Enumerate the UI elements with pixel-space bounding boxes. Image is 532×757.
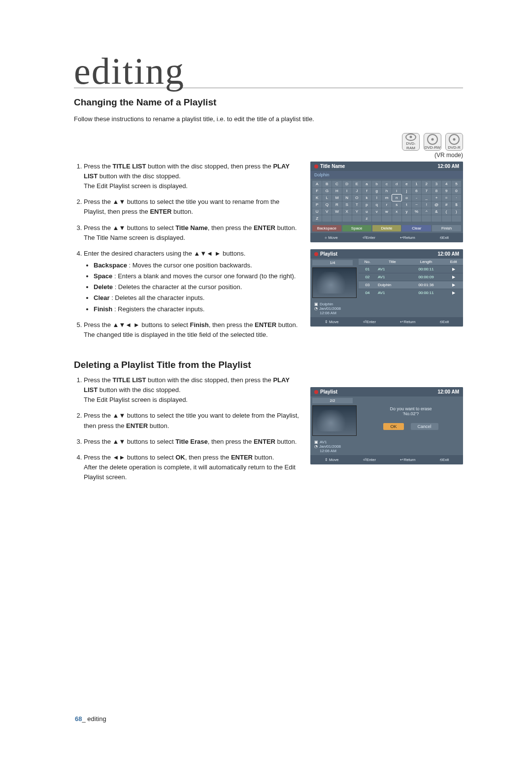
keyboard-key[interactable]: 3 xyxy=(432,181,441,187)
keyboard-key[interactable]: o xyxy=(402,195,411,201)
keyboard-key[interactable]: N xyxy=(342,195,352,201)
keyboard-key[interactable]: 2 xyxy=(422,181,431,187)
keyboard-key[interactable]: G xyxy=(322,188,332,194)
keyboard-key[interactable]: W xyxy=(332,208,341,215)
keyboard-key[interactable]: R xyxy=(332,201,341,208)
keyboard-key[interactable]: H xyxy=(332,188,341,194)
keyboard-key[interactable]: g xyxy=(372,188,381,194)
keyboard-key[interactable] xyxy=(442,215,451,222)
keyboard-key[interactable]: e xyxy=(402,181,411,187)
keyboard-key[interactable]: K xyxy=(312,195,322,201)
keyboard-key[interactable]: 7 xyxy=(422,188,431,194)
keyboard-key[interactable]: a xyxy=(362,181,371,187)
keyboard-key[interactable]: 4 xyxy=(442,181,451,187)
keyboard-key[interactable]: U xyxy=(312,208,322,215)
keyboard-key[interactable]: O xyxy=(352,195,362,201)
keyboard-key[interactable]: 5 xyxy=(452,181,461,187)
keyboard-key[interactable] xyxy=(432,215,441,222)
keyboard-key[interactable]: $ xyxy=(452,201,461,208)
keyboard-key[interactable]: Z xyxy=(312,215,322,222)
keyboard-key[interactable]: n xyxy=(392,195,401,201)
keyboard-key[interactable]: i xyxy=(392,188,401,194)
keyboard-key[interactable]: c xyxy=(382,181,391,187)
keyboard-key[interactable]: ( xyxy=(442,208,451,215)
key-backspace[interactable]: Backspace xyxy=(312,225,341,231)
keyboard-key[interactable]: ~ xyxy=(412,201,421,208)
keyboard-key[interactable] xyxy=(332,215,341,222)
keyboard-key[interactable]: u xyxy=(362,208,371,215)
keyboard-key[interactable]: P xyxy=(312,201,322,208)
key-space[interactable]: Space xyxy=(342,225,371,231)
keyboard-key[interactable] xyxy=(382,215,391,222)
keyboard-key[interactable]: A xyxy=(312,181,322,187)
keyboard-key[interactable]: ^ xyxy=(422,208,431,215)
keyboard-key[interactable]: % xyxy=(412,208,421,215)
keyboard-key[interactable]: D xyxy=(342,181,352,187)
key-clear[interactable]: Clear xyxy=(402,225,431,231)
key-delete[interactable]: Delete xyxy=(372,225,401,231)
keyboard-key[interactable]: h xyxy=(382,188,391,194)
keyboard-key[interactable]: # xyxy=(442,201,451,208)
keyboard-key[interactable]: v xyxy=(372,208,381,215)
cancel-button[interactable]: Cancel xyxy=(411,423,438,430)
keyboard-key[interactable]: Y xyxy=(352,208,362,215)
keyboard-key[interactable] xyxy=(422,215,431,222)
keyboard-key[interactable]: - xyxy=(412,195,421,201)
keyboard-key[interactable]: @ xyxy=(432,201,441,208)
keyboard-key[interactable]: x xyxy=(392,208,401,215)
keyboard-key[interactable]: f xyxy=(362,188,371,194)
keyboard-key[interactable]: w xyxy=(382,208,391,215)
keyboard-key[interactable]: M xyxy=(332,195,341,201)
keyboard-key[interactable]: b xyxy=(372,181,381,187)
table-row[interactable]: 02AV100:00:09 xyxy=(359,273,463,281)
keyboard-key[interactable] xyxy=(412,215,421,222)
keyboard-key[interactable]: J xyxy=(352,188,362,194)
keyboard-key[interactable]: 9 xyxy=(442,188,451,194)
keyboard-key[interactable] xyxy=(352,215,362,222)
keyboard-key[interactable]: B xyxy=(322,181,332,187)
keyboard-key[interactable]: X xyxy=(342,208,352,215)
keyboard-key[interactable] xyxy=(392,215,401,222)
keyboard-key[interactable]: 1 xyxy=(412,181,421,187)
keyboard-key[interactable]: Q xyxy=(322,201,332,208)
keyboard-key[interactable]: S xyxy=(342,201,352,208)
keyboard-key[interactable]: L xyxy=(322,195,332,201)
keyboard-key[interactable]: I xyxy=(342,188,352,194)
keyboard-key[interactable]: d xyxy=(392,181,401,187)
keyboard-key[interactable]: m xyxy=(382,195,391,201)
keyboard-key[interactable]: r xyxy=(382,201,391,208)
keyboard-key[interactable]: T xyxy=(352,201,362,208)
keyboard-grid[interactable]: ABCDEabcde12345FGHIJfghij67890KLMNOklmno… xyxy=(310,179,463,224)
keyboard-key[interactable]: & xyxy=(432,208,441,215)
keyboard-key[interactable]: · xyxy=(452,195,461,201)
keyboard-key[interactable] xyxy=(372,215,381,222)
keyboard-key[interactable]: p xyxy=(362,201,371,208)
ok-button[interactable]: OK xyxy=(383,423,403,430)
keyboard-key[interactable]: = xyxy=(442,195,451,201)
keyboard-key[interactable]: 6 xyxy=(412,188,421,194)
table-row[interactable]: 01AV100:00:11 xyxy=(359,265,463,273)
keyboard-key[interactable]: 8 xyxy=(432,188,441,194)
keyboard-key[interactable] xyxy=(452,215,461,222)
keyboard-key[interactable] xyxy=(402,215,411,222)
keyboard-key[interactable]: q xyxy=(372,201,381,208)
keyboard-key[interactable]: _ xyxy=(422,195,431,201)
keyboard-key[interactable]: 0 xyxy=(452,188,461,194)
keyboard-key[interactable]: l xyxy=(372,195,381,201)
keyboard-key[interactable]: F xyxy=(312,188,322,194)
keyboard-key[interactable]: ! xyxy=(422,201,431,208)
keyboard-key[interactable] xyxy=(342,215,352,222)
keyboard-key[interactable]: C xyxy=(332,181,341,187)
keyboard-key[interactable]: V xyxy=(322,208,332,215)
keyboard-key[interactable]: + xyxy=(432,195,441,201)
keyboard-key[interactable]: y xyxy=(402,208,411,215)
table-row[interactable]: 03Dolphin00:01:36 xyxy=(359,281,463,289)
keyboard-key[interactable]: ) xyxy=(452,208,461,215)
keyboard-key[interactable]: t xyxy=(402,201,411,208)
keyboard-key[interactable] xyxy=(322,215,332,222)
key-finish[interactable]: Finish xyxy=(432,225,461,231)
keyboard-key[interactable]: s xyxy=(392,201,401,208)
table-row[interactable]: 04AV100:00:11 xyxy=(359,289,463,296)
keyboard-key[interactable]: E xyxy=(352,181,362,187)
keyboard-key[interactable]: z xyxy=(362,215,371,222)
